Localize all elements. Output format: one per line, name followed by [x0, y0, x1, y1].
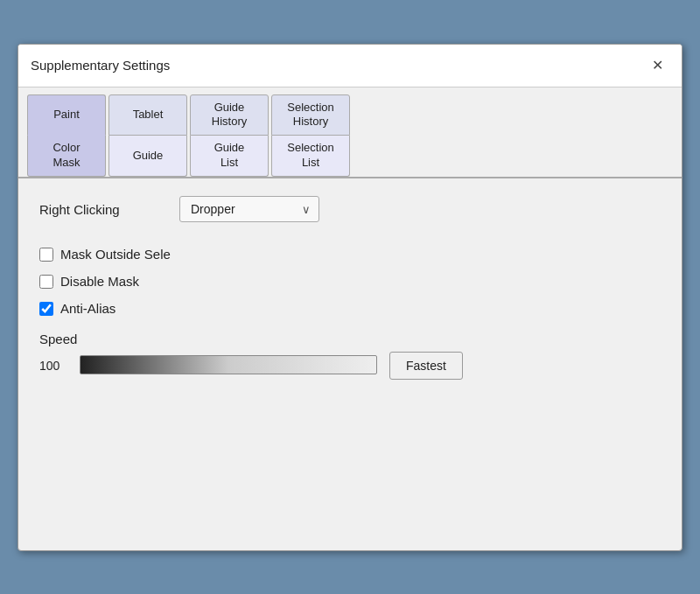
fastest-button[interactable]: Fastest [389, 352, 463, 380]
tabs-row-2: Color Mask Guide Guide List Selection Li… [18, 136, 682, 178]
speed-value: 100 [39, 359, 67, 373]
anti-alias-checkbox[interactable] [39, 302, 53, 316]
speed-section-label: Speed [39, 332, 661, 346]
mask-outside-label: Mask Outside Sele [60, 247, 171, 262]
checkbox-anti-alias-row: Anti-Alias [39, 301, 661, 316]
content-area: Right Clicking Dropper None Color Picker… [18, 178, 682, 397]
right-clicking-row: Right Clicking Dropper None Color Picker… [39, 196, 661, 222]
disable-mask-checkbox[interactable] [39, 275, 53, 289]
right-clicking-label: Right Clicking [39, 202, 162, 217]
right-clicking-dropdown[interactable]: Dropper None Color Picker Eraser [179, 196, 319, 222]
speed-section: Speed 100 Fastest [39, 332, 661, 380]
tab-guide[interactable]: Guide [108, 136, 187, 177]
tab-guide-history[interactable]: Guide History [190, 94, 269, 136]
checkbox-disable-mask-row: Disable Mask [39, 274, 661, 289]
anti-alias-label: Anti-Alias [60, 301, 116, 316]
tab-selection-history[interactable]: Selection History [271, 94, 350, 136]
tab-color-mask[interactable]: Color Mask [27, 136, 106, 177]
title-bar: Supplementary Settings ✕ [18, 45, 682, 87]
slider-wrap [80, 355, 377, 377]
dialog-title: Supplementary Settings [31, 58, 170, 73]
dropdown-wrap: Dropper None Color Picker Eraser [179, 196, 319, 222]
checkboxes-section: Mask Outside Sele Disable Mask Anti-Alia… [39, 247, 661, 316]
mask-outside-checkbox[interactable] [39, 248, 53, 262]
tabs-row-1: Paint Tablet Guide History Selection His… [18, 87, 682, 136]
tab-guide-list[interactable]: Guide List [190, 136, 269, 177]
tab-selection-list[interactable]: Selection List [271, 136, 350, 177]
disable-mask-label: Disable Mask [60, 274, 139, 289]
dialog: Supplementary Settings ✕ Paint Tablet Gu… [18, 44, 682, 551]
speed-row: 100 Fastest [39, 352, 661, 380]
tab-tablet[interactable]: Tablet [108, 94, 187, 136]
tab-paint[interactable]: Paint [27, 94, 106, 136]
checkbox-mask-outside-row: Mask Outside Sele [39, 247, 661, 262]
close-button[interactable]: ✕ [645, 53, 669, 78]
speed-slider[interactable] [80, 355, 377, 374]
